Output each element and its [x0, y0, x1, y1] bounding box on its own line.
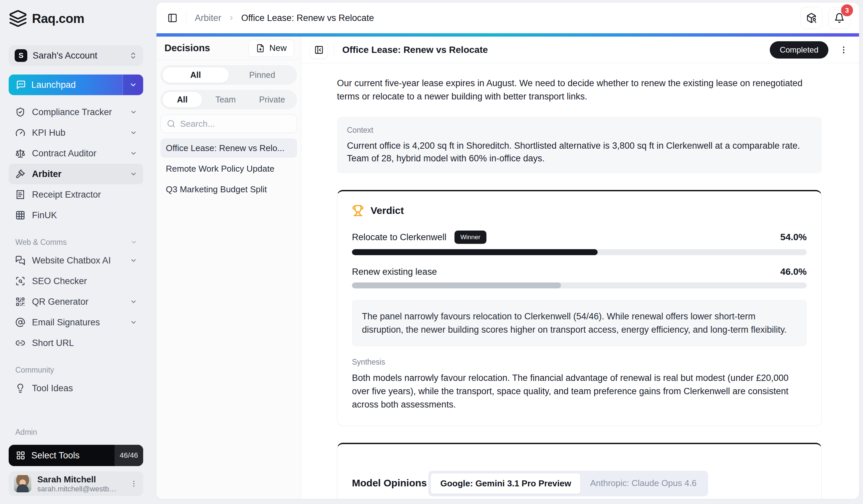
sidebar-item-kpi-hub[interactable]: KPI Hub	[9, 122, 143, 143]
synthesis-label: Synthesis	[352, 358, 807, 366]
lightbulb-icon	[15, 383, 25, 393]
tab-model-gemini[interactable]: Google: Gemini 3.1 Pro Preview	[430, 473, 581, 494]
option-progress-track	[352, 282, 807, 288]
panel-left-icon	[167, 13, 177, 23]
notifications-button[interactable]: 3	[828, 7, 850, 29]
sidebar-section-admin: Admin	[9, 424, 143, 440]
sidebar-item-finuk[interactable]: FinUK	[9, 205, 143, 225]
qr-code-icon	[15, 297, 25, 307]
sidebar-item-tool-ideas[interactable]: Tool Ideas	[9, 378, 143, 399]
verdict-title: Verdict	[371, 205, 404, 216]
status-badge: Completed	[770, 41, 828, 59]
breadcrumb-parent[interactable]: Arbiter	[195, 13, 222, 23]
launchpad-label: Launchpad	[31, 80, 76, 90]
decision-list-item[interactable]: Office Lease: Renew vs Relo...	[161, 138, 297, 158]
notification-count-badge: 3	[841, 4, 853, 16]
gauge-icon	[15, 128, 25, 138]
verdict-option-row: Renew existing lease 46.0%	[352, 267, 807, 277]
sidebar-toggle-button[interactable]	[164, 9, 181, 27]
trophy-icon	[352, 205, 364, 217]
chevron-down-icon	[130, 129, 137, 137]
file-plus-icon	[256, 44, 265, 53]
user-name: Sarah Mitchell	[37, 474, 124, 485]
sidebar-item-seo-checker[interactable]: SEO Checker	[9, 271, 143, 292]
launchpad-expand-button[interactable]	[123, 75, 143, 95]
sidebar-item-short-url[interactable]: Short URL	[9, 333, 143, 353]
tab-team[interactable]: Team	[202, 91, 249, 108]
option-percent: 54.0%	[780, 232, 807, 243]
brand[interactable]: Raq.com	[9, 9, 143, 28]
search-input[interactable]	[180, 119, 291, 129]
ellipsis-vertical-icon	[839, 45, 848, 54]
collapse-panel-button[interactable]	[310, 41, 328, 59]
option-label: Relocate to Clerkenwell	[352, 232, 447, 243]
tab-pinned[interactable]: Pinned	[229, 67, 295, 83]
decisions-search[interactable]	[161, 114, 297, 133]
breadcrumb: Arbiter Office Lease: Renew vs Relocate	[195, 13, 374, 23]
decision-list-item[interactable]: Q3 Marketing Budget Split	[161, 180, 297, 199]
decisions-header: Decisions New	[157, 37, 301, 60]
synthesis-text: Both models narrowly favour relocation. …	[352, 371, 807, 411]
receipt-icon	[15, 190, 25, 199]
verdict-header: Verdict	[352, 205, 807, 217]
brand-name: Raq.com	[32, 12, 84, 26]
user-menu[interactable]: Sarah Mitchell sarah.mitchell@westbur...	[9, 471, 143, 496]
new-decision-button[interactable]: New	[248, 40, 294, 57]
decision-list-item[interactable]: Remote Work Policy Update	[161, 159, 297, 178]
context-box: Context Current office is 4,200 sq ft in…	[337, 117, 822, 173]
sidebar-item-contract-auditor[interactable]: Contract Auditor	[9, 143, 143, 164]
tab-all-pinned-filter[interactable]: All	[162, 67, 229, 83]
verdict-option-row: Relocate to Clerkenwell Winner 54.0%	[352, 231, 807, 244]
package-search-icon	[806, 13, 817, 23]
sidebar-item-arbiter[interactable]: Arbiter	[9, 164, 143, 184]
option-percent: 46.0%	[780, 267, 807, 277]
sidebar-item-qr-generator[interactable]: QR Generator	[9, 292, 143, 312]
chevron-down-icon	[130, 298, 137, 306]
more-options-button[interactable]	[837, 43, 850, 56]
select-tools-button[interactable]: Select Tools 46/46	[9, 445, 143, 466]
account-switcher[interactable]: S Sarah's Account	[9, 45, 143, 66]
pinned-filter-tabs: All Pinned	[161, 65, 297, 85]
winner-badge: Winner	[454, 231, 486, 244]
verdict-summary: The panel narrowly favours relocation to…	[352, 300, 807, 346]
account-avatar: S	[15, 49, 27, 62]
sidebar-item-receipt-extractor[interactable]: Receipt Extractor	[9, 184, 143, 205]
accent-gradient-bar	[157, 33, 859, 37]
sidebar-item-compliance-tracker[interactable]: Compliance Tracker	[9, 102, 143, 122]
user-avatar-photo	[14, 475, 31, 492]
select-tools-main[interactable]: Select Tools	[9, 450, 114, 461]
model-opinions-title: Model Opinions	[352, 477, 427, 488]
main-panel: Arbiter Office Lease: Renew vs Relocate …	[157, 3, 859, 499]
launchpad-main[interactable]: Launchpad	[9, 80, 123, 90]
tab-model-claude[interactable]: Anthropic: Claude Opus 4.6	[581, 473, 705, 494]
message-square-icon	[16, 80, 26, 90]
scope-filter-tabs: All Team Private	[161, 90, 297, 109]
detail-scroll-area[interactable]: Our current five-year lease expires in A…	[301, 63, 859, 499]
topbar: Arbiter Office Lease: Renew vs Relocate …	[157, 3, 859, 33]
tools-count-badge: 46/46	[114, 445, 143, 466]
topbar-actions: 3	[800, 7, 850, 29]
context-text: Current office is 4,200 sq ft in Shoredi…	[347, 139, 812, 165]
sidebar-section-web-comms[interactable]: Web & Comms	[9, 234, 143, 250]
chevron-down-icon	[130, 257, 137, 264]
decisions-panel: Decisions New All Pinned All Team Privat…	[157, 37, 301, 499]
detail-header: Office Lease: Renew vs Relocate Complete…	[301, 37, 859, 63]
user-email: sarah.mitchell@westbur...	[37, 485, 117, 493]
sidebar-item-website-chatbox-ai[interactable]: Website Chatbox AI	[9, 250, 143, 271]
shield-check-icon	[15, 107, 25, 117]
sidebar-spacer	[9, 399, 143, 424]
chevron-down-icon	[130, 150, 137, 157]
tab-all-scope[interactable]: All	[162, 91, 202, 108]
decisions-title: Decisions	[164, 42, 210, 54]
chevron-down-icon	[129, 81, 137, 89]
tab-private[interactable]: Private	[249, 91, 295, 108]
search-icon	[167, 119, 175, 128]
sidebar-item-email-signatures[interactable]: Email Signatures	[9, 312, 143, 333]
link-icon	[15, 338, 25, 348]
launchpad-button[interactable]: Launchpad	[9, 75, 143, 95]
layers-logo-icon	[9, 9, 27, 28]
table-icon	[15, 210, 25, 220]
ellipsis-vertical-icon[interactable]	[130, 480, 138, 488]
decision-intro: Our current five-year lease expires in A…	[337, 77, 822, 103]
package-search-button[interactable]	[800, 7, 822, 29]
